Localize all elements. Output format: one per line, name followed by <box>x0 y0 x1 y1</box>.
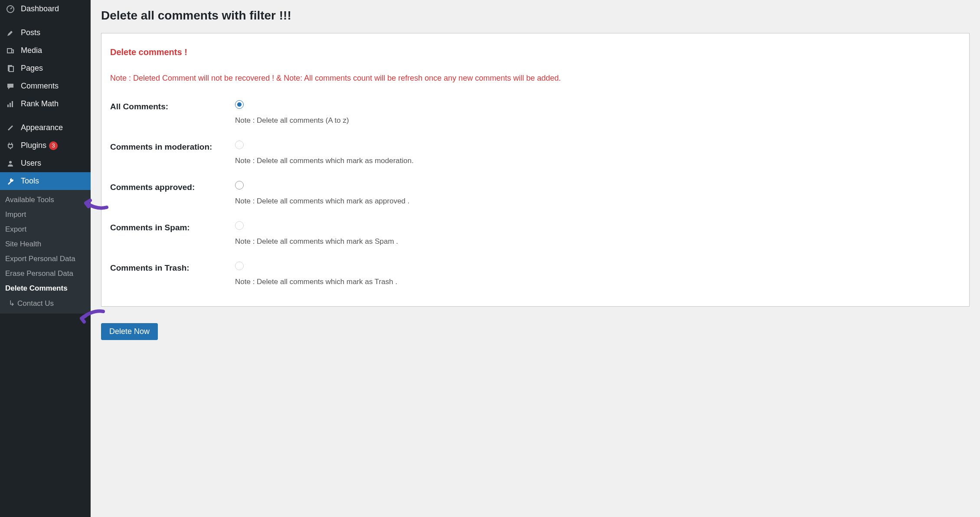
sidebar-item-label: Users <box>21 159 41 168</box>
sidebar-item-label: Media <box>21 46 42 55</box>
svg-rect-2 <box>7 49 12 53</box>
warning-title: Delete comments ! <box>110 47 960 57</box>
option-row: All Comments:Note : Delete all comments … <box>110 92 960 133</box>
sidebar-item-dashboard[interactable]: Dashboard <box>0 0 91 18</box>
wrench-icon <box>5 177 16 186</box>
option-note: Note : Delete all comments which mark as… <box>235 237 960 246</box>
submenu-item[interactable]: ↳Contact Us <box>0 296 91 311</box>
option-note: Note : Delete all comments which mark as… <box>235 278 960 286</box>
sidebar-item-label: Rank Math <box>21 99 59 108</box>
sidebar-item-pages[interactable]: Pages <box>0 59 91 77</box>
sidebar-item-appearance[interactable]: Appearance <box>0 119 91 137</box>
submenu-item-label: Available Tools <box>5 196 54 204</box>
sidebar-item-tools[interactable]: Tools <box>0 172 91 190</box>
sidebar-item-plugins[interactable]: Plugins3 <box>0 137 91 154</box>
sidebar-item-label: Comments <box>21 82 59 91</box>
option-label: Comments in Spam: <box>110 213 235 254</box>
sidebar-item-label: Appearance <box>21 123 63 132</box>
svg-point-8 <box>9 161 12 164</box>
sidebar-item-label: Pages <box>21 64 43 73</box>
user-icon <box>5 159 16 168</box>
warning-note: Note : Deleted Comment will not be recov… <box>110 74 960 83</box>
option-radio[interactable] <box>235 141 244 149</box>
svg-rect-7 <box>12 101 13 107</box>
option-row: Comments in moderation:Note : Delete all… <box>110 133 960 173</box>
comment-icon <box>5 82 16 91</box>
sidebar-item-label: Dashboard <box>21 4 59 13</box>
option-row: Comments approved:Note : Delete all comm… <box>110 173 960 213</box>
option-row: Comments in Trash:Note : Delete all comm… <box>110 254 960 294</box>
sidebar-item-label: Posts <box>21 28 40 37</box>
submenu-item-label: Delete Comments <box>5 284 68 292</box>
submenu-item[interactable]: Export Personal Data <box>0 252 91 266</box>
page-icon <box>5 64 16 73</box>
submenu-item[interactable]: Site Health <box>0 237 91 252</box>
option-note: Note : Delete all comments (A to z) <box>235 116 960 125</box>
option-radio[interactable] <box>235 100 244 109</box>
submenu-item[interactable]: Export <box>0 222 91 237</box>
sidebar-item-users[interactable]: Users <box>0 154 91 172</box>
nested-arrow-icon: ↳ <box>9 299 15 308</box>
submenu-item-label: Contact Us <box>17 299 54 308</box>
option-radio[interactable] <box>235 262 244 270</box>
submenu-item-label: Site Health <box>5 240 41 248</box>
chart-icon <box>5 100 16 108</box>
svg-line-1 <box>10 7 12 9</box>
option-note: Note : Delete all comments which mark as… <box>235 197 960 206</box>
option-radio[interactable] <box>235 221 244 230</box>
submenu-item-label: Export <box>5 225 26 233</box>
submenu-item[interactable]: Available Tools <box>0 193 91 207</box>
option-row: Comments in Spam:Note : Delete all comme… <box>110 213 960 254</box>
sidebar-item-label: Tools <box>21 177 39 186</box>
brush-icon <box>5 124 16 132</box>
svg-rect-4 <box>9 66 13 72</box>
sidebar-item-label: Plugins <box>21 141 46 150</box>
svg-rect-5 <box>7 105 9 107</box>
submenu-item-label: Export Personal Data <box>5 255 75 263</box>
form-panel: Delete comments ! Note : Deleted Comment… <box>101 33 970 307</box>
plug-icon <box>5 141 16 150</box>
sidebar-item-media[interactable]: Media <box>0 42 91 59</box>
option-label: Comments in Trash: <box>110 254 235 294</box>
dash-icon <box>5 5 16 13</box>
sidebar-item-rankmath[interactable]: Rank Math <box>0 95 91 113</box>
update-badge: 3 <box>49 141 58 150</box>
page-title: Delete all comments with filter !!! <box>101 9 970 23</box>
sidebar-item-posts[interactable]: Posts <box>0 24 91 42</box>
option-note: Note : Delete all comments which mark as… <box>235 157 960 165</box>
admin-sidebar: DashboardPostsMediaPagesCommentsRank Mat… <box>0 0 91 517</box>
submenu-item-label: Erase Personal Data <box>5 269 73 278</box>
tools-submenu: Available ToolsImportExportSite HealthEx… <box>0 190 91 314</box>
sidebar-item-comments[interactable]: Comments <box>0 77 91 95</box>
media-icon <box>5 46 16 55</box>
submenu-item[interactable]: Import <box>0 207 91 222</box>
option-label: Comments in moderation: <box>110 133 235 173</box>
delete-now-button[interactable]: Delete Now <box>101 323 158 340</box>
option-label: Comments approved: <box>110 173 235 213</box>
option-radio[interactable] <box>235 181 244 190</box>
pin-icon <box>5 29 16 37</box>
submenu-item[interactable]: Erase Personal Data <box>0 266 91 281</box>
main-content: Delete all comments with filter !!! Dele… <box>91 0 980 517</box>
submenu-item-label: Import <box>5 210 26 219</box>
svg-rect-6 <box>10 103 11 107</box>
options-table: All Comments:Note : Delete all comments … <box>110 92 960 294</box>
submenu-item[interactable]: Delete Comments <box>0 281 91 296</box>
option-label: All Comments: <box>110 92 235 133</box>
